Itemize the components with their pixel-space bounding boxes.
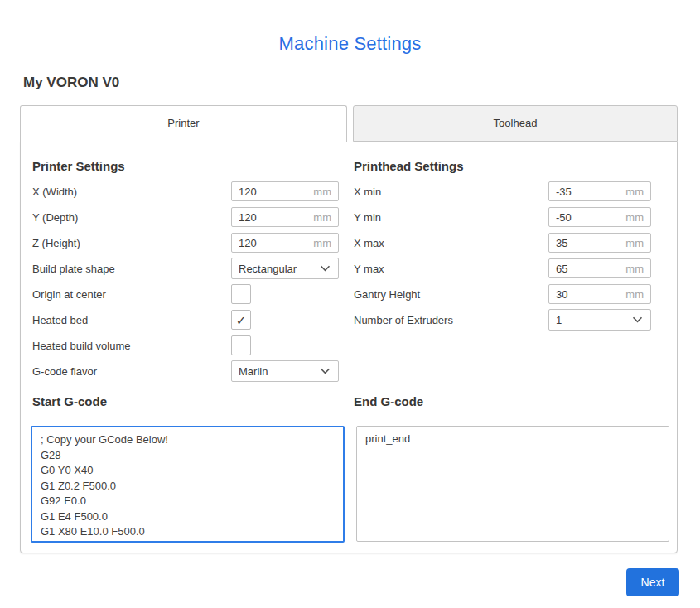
z-height-input[interactable] [232,237,313,249]
row-gcode-flavor: G-code flavor Marlin [32,361,339,381]
start-gcode-textarea[interactable]: ; Copy your GCode Below! G28 G0 Y0 X40 G… [31,426,345,543]
y-depth-label: Y (Depth) [32,211,231,224]
build-plate-shape-label: Build plate shape [32,263,231,275]
row-gantry-height: Gantry Height mm [354,284,651,304]
x-width-input[interactable] [232,186,313,198]
row-origin-at-center: Origin at center ✓ [32,284,339,304]
chevron-down-icon [632,316,643,323]
x-min-field[interactable]: mm [548,181,651,201]
end-gcode-heading: End G-code [354,394,423,408]
row-y-max: Y max mm [354,258,651,278]
printer-settings-heading: Printer Settings [32,159,125,173]
y-min-label: Y min [354,211,548,224]
row-y-min: Y min mm [354,207,651,227]
heated-build-volume-label: Heated build volume [32,340,231,352]
start-gcode-heading: Start G-code [32,394,107,408]
row-z-height: Z (Height) mm [32,233,339,253]
build-plate-shape-value: Rectangular [232,263,320,275]
build-plate-shape-select[interactable]: Rectangular [231,258,339,279]
tab-toolhead[interactable]: Toolhead [353,105,678,142]
row-y-depth: Y (Depth) mm [32,207,339,227]
y-depth-unit-label: mm [313,211,338,224]
tab-printer-label: Printer [167,117,199,129]
y-depth-input[interactable] [232,211,313,224]
y-min-input[interactable] [549,211,625,224]
x-max-unit-label: mm [625,237,650,249]
end-gcode-textarea[interactable]: print_end [356,426,669,542]
settings-panel: Printer Settings Printhead Settings X (W… [20,142,678,553]
x-min-label: X min [354,186,548,198]
gantry-height-label: Gantry Height [354,288,548,301]
page-title: Machine Settings [0,33,700,55]
chevron-down-icon [320,368,331,374]
row-number-of-extruders: Number of Extruders 1 [354,310,651,330]
row-heated-build-volume: Heated build volume ✓ [32,335,339,355]
gantry-height-unit-label: mm [625,288,650,301]
x-width-unit-label: mm [313,186,338,198]
check-icon: ✓ [236,314,247,326]
printhead-settings-column: X min mm Y min mm X max mm [354,181,651,335]
x-max-input[interactable] [549,237,625,249]
next-button[interactable]: Next [626,568,679,596]
printhead-settings-heading: Printhead Settings [354,159,464,173]
z-height-field[interactable]: mm [231,233,339,253]
gantry-height-input[interactable] [549,288,625,301]
row-x-max: X max mm [354,233,651,253]
heated-bed-label: Heated bed [32,314,231,326]
heated-bed-checkbox[interactable]: ✓ [231,310,251,330]
gcode-flavor-value: Marlin [232,365,320,378]
row-heated-bed: Heated bed ✓ [32,310,339,330]
number-of-extruders-select[interactable]: 1 [548,309,651,331]
gcode-flavor-select[interactable]: Marlin [231,360,339,382]
heated-build-volume-checkbox[interactable]: ✓ [231,335,251,355]
chevron-down-icon [320,265,331,272]
x-min-unit-label: mm [625,186,650,198]
row-x-min: X min mm [354,181,651,201]
number-of-extruders-value: 1 [549,314,632,326]
z-height-unit-label: mm [313,237,338,249]
y-max-field[interactable]: mm [548,258,651,278]
y-max-label: Y max [354,263,548,275]
x-min-input[interactable] [549,186,625,198]
y-depth-field[interactable]: mm [231,207,339,227]
x-max-label: X max [354,237,548,249]
row-x-width: X (Width) mm [32,181,339,201]
y-max-input[interactable] [549,263,625,275]
tab-toolhead-label: Toolhead [494,117,538,129]
number-of-extruders-label: Number of Extruders [354,314,548,326]
gantry-height-field[interactable]: mm [548,284,651,304]
printer-settings-column: X (Width) mm Y (Depth) mm Z (Height) mm [32,181,339,387]
machine-settings-dialog: Machine Settings My VORON V0 Printer Too… [0,0,700,608]
x-width-field[interactable]: mm [231,181,339,201]
machine-name: My VORON V0 [23,75,119,91]
y-max-unit-label: mm [625,263,650,275]
origin-at-center-checkbox[interactable]: ✓ [231,284,251,304]
y-min-unit-label: mm [625,211,650,224]
y-min-field[interactable]: mm [548,207,651,227]
tab-printer[interactable]: Printer [20,105,347,142]
x-width-label: X (Width) [32,186,231,198]
gcode-flavor-label: G-code flavor [32,365,231,378]
origin-at-center-label: Origin at center [32,288,231,301]
z-height-label: Z (Height) [32,237,231,249]
row-build-plate-shape: Build plate shape Rectangular [32,258,339,278]
x-max-field[interactable]: mm [548,233,651,253]
